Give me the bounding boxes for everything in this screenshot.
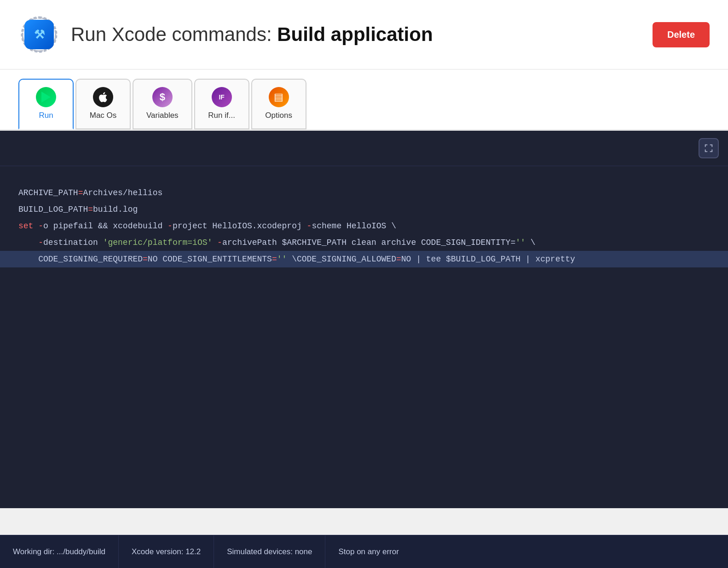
- code-line-4: -destination 'generic/platform=iOS' -arc…: [18, 234, 710, 251]
- tab-variables[interactable]: $ Variables: [133, 79, 192, 129]
- run-icon: [36, 87, 56, 107]
- apple-icon: [97, 91, 109, 103]
- stop-on-error-label: Stop on any error: [338, 547, 399, 556]
- xcode-version-label: Xcode version: 12.2: [132, 547, 201, 556]
- tab-macos[interactable]: Mac Os: [75, 79, 131, 129]
- tab-options[interactable]: ▤ Options: [251, 79, 306, 129]
- code-block: ARCHIVE_PATH=Archives/hellios BUILD_LOG_…: [0, 166, 728, 286]
- status-working-dir: Working dir: .../buddy/build: [0, 535, 119, 568]
- expand-button[interactable]: [699, 138, 719, 158]
- status-bar: Working dir: .../buddy/build Xcode versi…: [0, 535, 728, 568]
- tab-macos-label: Mac Os: [90, 111, 117, 120]
- title-prefix: Run Xcode commands:: [71, 23, 277, 45]
- xcode-icon: ⚒: [18, 14, 60, 55]
- header: ⚒ Run Xcode commands: Build application …: [0, 0, 728, 70]
- tab-run[interactable]: Run: [18, 79, 74, 129]
- code-toolbar: [0, 131, 728, 166]
- status-simulated-devices: Simulated devices: none: [214, 535, 325, 568]
- code-line-3: set -o pipefail && xcodebuild -project H…: [18, 218, 710, 234]
- delete-button[interactable]: Delete: [653, 22, 710, 47]
- code-area: ARCHIVE_PATH=Archives/hellios BUILD_LOG_…: [0, 131, 728, 508]
- xcode-inner-icon: ⚒: [24, 20, 54, 49]
- expand-icon: [704, 143, 714, 153]
- tab-run-label: Run: [39, 111, 53, 120]
- page-title: Run Xcode commands: Build application: [71, 23, 433, 46]
- code-line-5: CODE_SIGNING_REQUIRED=NO CODE_SIGN_ENTIT…: [0, 251, 728, 267]
- options-icon: ▤: [269, 87, 289, 107]
- status-xcode-version: Xcode version: 12.2: [119, 535, 214, 568]
- variables-icon: $: [152, 87, 173, 107]
- tab-options-label: Options: [265, 111, 292, 120]
- play-triangle-icon: [41, 92, 51, 103]
- title-bold: Build application: [277, 23, 433, 45]
- tab-runif-label: Run if...: [208, 111, 235, 120]
- working-dir-label: Working dir: .../buddy/build: [13, 547, 105, 556]
- header-left: ⚒ Run Xcode commands: Build application: [18, 14, 433, 55]
- tab-runif[interactable]: IF Run if...: [194, 79, 249, 129]
- code-line-1: ARCHIVE_PATH=Archives/hellios: [18, 185, 710, 201]
- runif-icon: IF: [212, 87, 232, 107]
- tab-variables-label: Variables: [146, 111, 179, 120]
- tabs-bar: Run Mac Os $ Variables IF Run if... ▤ Op…: [0, 70, 728, 131]
- macos-icon: [93, 87, 113, 107]
- code-line-2: BUILD_LOG_PATH=build.log: [18, 201, 710, 218]
- simulated-devices-label: Simulated devices: none: [227, 547, 312, 556]
- status-stop-on-error: Stop on any error: [325, 535, 411, 568]
